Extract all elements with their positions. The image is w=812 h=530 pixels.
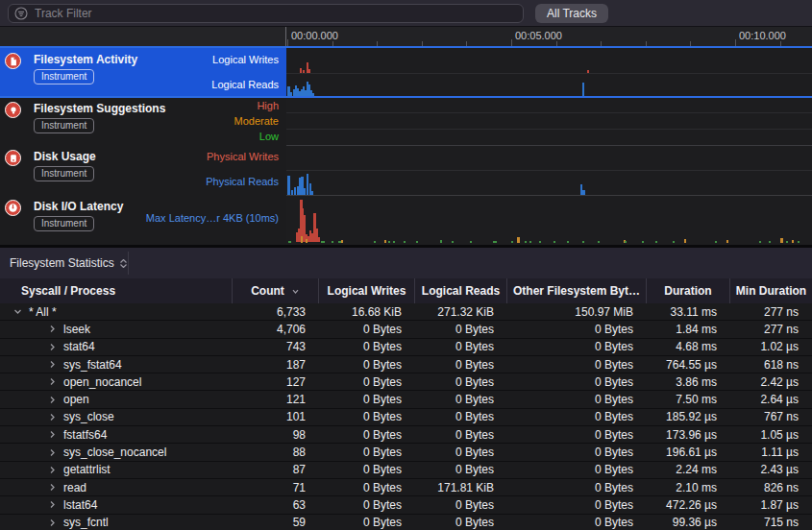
io-latency-green-lane-spike [625,241,627,243]
instruments-window: All Tracks 00:00.00000:05.00000:10.000 F… [0,0,812,530]
track-filter-input[interactable] [8,4,524,23]
cell-duration: 2.10 ms [647,479,730,495]
column-header-logical-reads[interactable]: Logical Reads [415,278,507,303]
track-header-disk-usage[interactable]: Disk UsageInstrumentPhysical WritesPhysi… [0,145,286,195]
cell-duration: 3.86 ms [647,373,730,390]
track-lane-label-max-latency-r-4kb-10ms: Max Latency…r 4KB (10ms) [146,212,279,224]
disclosure-closed-icon[interactable] [48,396,57,404]
chevron-up-down-icon [120,259,127,268]
table-row-open[interactable]: open1210 Bytes0 Bytes0 Bytes7.50 ms2.64 … [0,391,812,408]
physical-reads-lane-spike [311,191,313,195]
disclosure-closed-icon[interactable] [48,413,57,422]
cell-min-duration: 715 ns [730,515,812,530]
disclosure-closed-icon[interactable] [48,325,57,333]
cell-other-filesystem-byt: 0 Bytes [507,409,647,425]
track-header-filesystem-suggestions[interactable]: Filesystem SuggestionsInstrumentHighMode… [0,97,286,145]
io-latency-green-lane-spike [374,241,376,243]
cell-duration: 4.68 ms [647,339,730,355]
cell-logical-reads: 0 Bytes [415,391,507,407]
all-tracks-button[interactable]: All Tracks [535,4,608,23]
cell-count: 98 [233,426,319,443]
table-row-lstat64[interactable]: lstat64630 Bytes0 Bytes0 Bytes472.26 µs1… [0,496,812,514]
lane-separator [286,195,812,196]
disclosure-closed-icon[interactable] [48,430,57,439]
timeline-ruler[interactable]: 00:00.00000:05.00000:10.000 [286,27,812,46]
cell-duration: 196.61 µs [647,444,730,460]
cell-min-duration: 618 ns [730,356,812,373]
cell-duration: 185.92 µs [647,409,730,425]
cell-other-filesystem-byt: 0 Bytes [507,321,647,337]
syscall-name: getattrlist [63,463,111,476]
column-header-syscall-process[interactable]: Syscall / Process [0,278,233,303]
cell-logical-writes: 0 Bytes [319,339,415,355]
table-row-sys-close[interactable]: sys_close1010 Bytes0 Bytes0 Bytes185.92 … [0,409,812,426]
column-header-count[interactable]: Count [233,278,319,303]
cell-min-duration: 277 ns [730,303,812,320]
table-row-stat64[interactable]: stat647430 Bytes0 Bytes0 Bytes4.68 ms1.0… [0,339,812,356]
io-latency-green-lane-spike [332,241,333,243]
io-latency-green-lane-spike [554,241,555,243]
cell-count: 743 [233,339,319,355]
logical-reads-lane-spike [582,83,584,96]
statistics-selector-label: Filesystem Statistics [10,256,114,270]
cell-logical-writes: 0 Bytes [319,462,415,478]
statistics-view-selector[interactable]: Filesystem Statistics [10,254,127,272]
syscall-name-cell: lseek [0,321,233,337]
cell-duration: 173.96 µs [647,426,730,443]
io-latency-green-lane-spike [655,241,657,243]
physical-reads-lane-spike [582,190,585,195]
io-latency-orange-lane-spike [341,240,343,243]
disclosure-closed-icon[interactable] [48,518,57,527]
cell-other-filesystem-byt: 0 Bytes [507,444,647,460]
table-row-read[interactable]: read710 Bytes171.81 KiB0 Bytes2.10 ms826… [0,479,812,496]
logical-writes-lane-spike [303,70,305,73]
table-row-all[interactable]: * All *6,73316.68 KiB271.32 KiB150.97 Mi… [0,303,812,321]
syscall-name-cell: sys_fcntl [0,515,233,530]
column-header-duration[interactable]: Duration [647,278,730,303]
cell-logical-reads: 0 Bytes [415,339,507,355]
table-row-sys-close-nocancel[interactable]: sys_close_nocancel880 Bytes0 Bytes0 Byte… [0,444,812,461]
column-header-min-duration[interactable]: Min Duration [730,278,812,303]
cell-count: 127 [233,373,319,390]
table-row-sys-fstat64[interactable]: sys_fstat641870 Bytes0 Bytes0 Bytes764.5… [0,356,812,373]
column-header-logical-writes[interactable]: Logical Writes [319,278,415,303]
physical-reads-lane-spike [291,190,293,195]
cell-count: 121 [233,391,319,407]
column-header-other-filesystem-byt[interactable]: Other Filesystem Byt… [507,278,647,303]
disclosure-closed-icon[interactable] [48,377,57,386]
table-row-lseek[interactable]: lseek4,7060 Bytes0 Bytes0 Bytes1.84 ms27… [0,321,812,338]
syscall-name-cell: open [0,391,233,407]
disclosure-closed-icon[interactable] [48,466,57,474]
cell-min-duration: 1.11 µs [730,444,812,460]
syscall-name-cell: sys_fstat64 [0,356,233,373]
syscall-name-cell: sys_close_nocancel [0,444,233,460]
disclosure-closed-icon[interactable] [48,500,57,509]
cell-logical-writes: 16.68 KiB [319,303,415,320]
gauge-icon [5,200,21,216]
io-latency-green-lane-spike [288,241,291,243]
io-latency-orange-lane-spike [301,236,303,243]
disclosure-open-icon[interactable] [13,307,22,316]
table-row-fstatfs64[interactable]: fstatfs64980 Bytes0 Bytes0 Bytes173.96 µ… [0,426,812,444]
table-row-open-nocancel[interactable]: open_nocancel1270 Bytes0 Bytes0 Bytes3.8… [0,373,812,391]
table-row-sys-fcntl[interactable]: sys_fcntl590 Bytes0 Bytes0 Bytes99.36 µs… [0,515,812,530]
table-row-getattrlist[interactable]: getattrlist870 Bytes0 Bytes0 Bytes2.24 m… [0,462,812,479]
track-header-disk-i-o-latency[interactable]: Disk I/O LatencyInstrumentMax Latency…r … [0,195,286,245]
cell-other-filesystem-byt: 0 Bytes [507,479,647,495]
detail-panel: Filesystem Statistics Syscall / ProcessC… [0,245,812,530]
disclosure-closed-icon[interactable] [48,343,57,351]
track-lane-label-moderate: Moderate [234,115,279,127]
logical-writes-lane-spike [587,70,589,73]
cell-duration: 7.50 ms [647,391,730,407]
disclosure-closed-icon[interactable] [48,483,57,492]
cell-logical-writes: 0 Bytes [319,515,415,530]
disclosure-closed-icon[interactable] [48,448,57,457]
io-latency-green-lane-spike [529,241,531,243]
syscall-name: open_nocancel [63,375,141,389]
disclosure-closed-icon[interactable] [48,360,57,369]
syscall-name: lstat64 [63,498,97,512]
io-latency-red-lane-spike [318,237,320,242]
track-header-filesystem-activity[interactable]: Filesystem ActivityInstrumentLogical Wri… [0,48,286,97]
cell-logical-writes: 0 Bytes [319,373,415,390]
syscall-name: fstatfs64 [63,428,107,442]
